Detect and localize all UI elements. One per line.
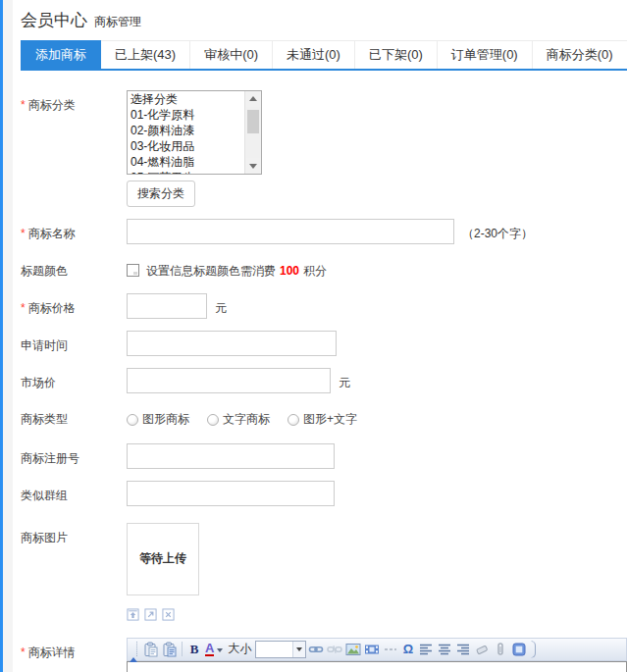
tab-3[interactable]: 未通过(0) xyxy=(273,40,355,69)
row-similar-group: 类似群组 xyxy=(21,481,627,506)
market-price-unit: 元 xyxy=(339,368,350,393)
category-options: 选择分类01-化学原料02-颜料油漆03-化妆用品04-燃料油脂05-医药卫生 xyxy=(128,91,244,174)
image-action-icons xyxy=(127,608,199,621)
type-radio-0[interactable]: 图形商标 xyxy=(127,411,189,428)
search-category-button[interactable]: 搜索分类 xyxy=(127,181,195,207)
link-icon[interactable] xyxy=(306,640,325,658)
market-price-label: 市场价 xyxy=(21,368,127,393)
price-label: *商标价格 xyxy=(21,293,127,319)
upload-placeholder: 等待上传 xyxy=(139,550,186,567)
toolbar-collapse-icon[interactable] xyxy=(130,657,137,662)
radio-icon[interactable] xyxy=(287,414,299,426)
toolbar-end-bracket xyxy=(531,641,536,658)
image-label: 商标图片 xyxy=(21,523,127,621)
attachment-icon[interactable] xyxy=(491,640,509,658)
required-mark: * xyxy=(21,227,26,240)
upload-icon[interactable] xyxy=(127,608,139,621)
image-upload-box[interactable]: 等待上传 xyxy=(127,523,199,595)
row-reg-no: 商标注册号 xyxy=(21,443,627,469)
row-image: 商标图片 等待上传 xyxy=(21,523,627,621)
font-size-label: 大小 xyxy=(228,641,251,657)
type-radio-group: 图形商标文字商标图形+文字 xyxy=(127,405,375,430)
required-mark: * xyxy=(21,98,26,112)
category-label: *商标分类 xyxy=(21,90,127,207)
reg-no-label: 商标注册号 xyxy=(21,443,127,469)
editor-toolbar: B A 大小 Ω xyxy=(127,638,627,661)
special-char-icon[interactable]: Ω xyxy=(399,642,416,656)
detail-label: *商标详情 xyxy=(21,638,127,672)
price-input[interactable] xyxy=(127,293,207,319)
row-price: *商标价格 元 xyxy=(21,293,627,319)
select-arrow-icon[interactable] xyxy=(292,642,305,657)
tab-6[interactable]: 商标分类(0) xyxy=(533,40,627,69)
chevron-down-icon xyxy=(217,648,223,652)
scroll-down-icon[interactable] xyxy=(245,158,261,174)
title-color-note: 设置信息标题颜色需消费100积分 xyxy=(146,256,327,280)
tab-2[interactable]: 审核中(0) xyxy=(190,40,273,69)
row-apply-time: 申请时间 xyxy=(21,331,627,356)
category-option-2[interactable]: 02-颜料油漆 xyxy=(128,123,244,138)
row-category: *商标分类 选择分类01-化学原料02-颜料油漆03-化妆用品04-燃料油脂05… xyxy=(21,90,627,207)
name-label: *商标名称 xyxy=(21,219,127,244)
editor-body[interactable] xyxy=(127,661,627,672)
preview-icon[interactable] xyxy=(144,608,157,621)
media-icon[interactable] xyxy=(362,640,381,658)
type-radio-1[interactable]: 文字商标 xyxy=(207,411,270,428)
tab-1[interactable]: 已上架(43) xyxy=(101,40,190,69)
align-right-icon[interactable] xyxy=(453,640,472,658)
left-gutter xyxy=(3,0,13,672)
font-color-icon[interactable]: A xyxy=(205,642,223,656)
similar-group-input[interactable] xyxy=(127,481,335,506)
row-detail: *商标详情 B A 大小 xyxy=(21,638,627,672)
tab-bar: 添加商标已上架(43)审核中(0)未通过(0)已下架(0)订单管理(0)商标分类… xyxy=(21,40,627,71)
scroll-thumb[interactable] xyxy=(247,110,259,133)
type-radio-2[interactable]: 图形+文字 xyxy=(287,411,357,428)
paste-icon[interactable] xyxy=(141,640,160,658)
delete-icon[interactable] xyxy=(162,608,175,621)
align-center-icon[interactable] xyxy=(435,640,453,658)
apply-time-label: 申请时间 xyxy=(21,331,127,356)
title-color-label: 标题颜色 xyxy=(21,256,127,280)
title-color-checkbox[interactable] xyxy=(127,264,139,277)
radio-icon[interactable] xyxy=(207,414,219,426)
bold-icon[interactable]: B xyxy=(185,642,203,657)
cost-value: 100 xyxy=(280,264,299,278)
eraser-icon[interactable] xyxy=(472,640,491,658)
maximize-icon[interactable] xyxy=(509,640,528,658)
price-unit: 元 xyxy=(215,293,227,319)
category-listbox[interactable]: 选择分类01-化学原料02-颜料油漆03-化妆用品04-燃料油脂05-医药卫生 xyxy=(127,90,262,175)
market-price-input[interactable] xyxy=(127,368,331,393)
page-subtitle: 商标管理 xyxy=(94,14,141,30)
rich-text-editor: B A 大小 Ω xyxy=(127,638,627,672)
scroll-up-icon[interactable] xyxy=(245,91,261,107)
apply-time-input[interactable] xyxy=(127,331,337,356)
category-option-3[interactable]: 03-化妆用品 xyxy=(128,138,244,154)
paste-word-icon[interactable] xyxy=(160,640,179,658)
tab-4[interactable]: 已下架(0) xyxy=(355,40,438,69)
image-icon[interactable] xyxy=(343,640,362,658)
similar-group-label: 类似群组 xyxy=(21,481,127,506)
row-title-color: 标题颜色 设置信息标题颜色需消费100积分 xyxy=(21,256,627,280)
font-size-select[interactable] xyxy=(255,641,306,658)
toolbar-separator xyxy=(182,642,183,656)
row-name: *商标名称 （2-30个字） xyxy=(21,219,627,244)
listbox-scrollbar[interactable] xyxy=(244,91,261,174)
tab-0[interactable]: 添加商标 xyxy=(21,40,101,69)
page: 会员中心 商标管理 添加商标已上架(43)审核中(0)未通过(0)已下架(0)订… xyxy=(0,0,627,672)
unlink-icon[interactable] xyxy=(325,640,343,658)
name-input[interactable] xyxy=(127,219,454,244)
required-mark: * xyxy=(21,301,26,315)
name-hint: （2-30个字） xyxy=(462,219,533,244)
align-left-icon[interactable] xyxy=(416,640,435,658)
row-type: 商标类型 图形商标文字商标图形+文字 xyxy=(21,405,627,430)
horizontal-rule-icon[interactable] xyxy=(381,640,399,658)
content: 会员中心 商标管理 添加商标已上架(43)审核中(0)未通过(0)已下架(0)订… xyxy=(13,0,627,672)
category-option-0[interactable]: 选择分类 xyxy=(128,91,244,107)
category-option-1[interactable]: 01-化学原料 xyxy=(128,107,244,123)
page-header: 会员中心 商标管理 xyxy=(21,9,627,31)
radio-icon[interactable] xyxy=(127,414,138,426)
reg-no-input[interactable] xyxy=(127,443,335,469)
category-option-5[interactable]: 05-医药卫生 xyxy=(128,170,244,174)
tab-5[interactable]: 订单管理(0) xyxy=(438,40,533,69)
category-option-4[interactable]: 04-燃料油脂 xyxy=(128,154,244,170)
